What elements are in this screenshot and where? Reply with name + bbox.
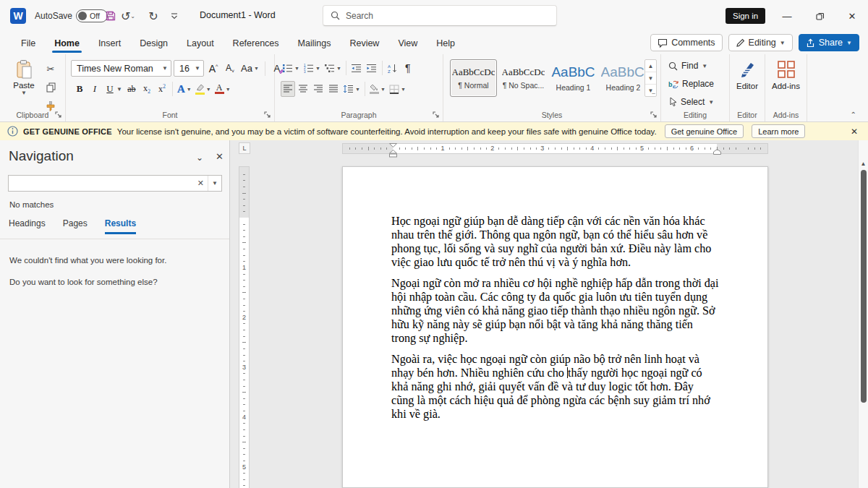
tab-review[interactable]: Review — [340, 34, 388, 54]
replace-label: Replace — [682, 79, 714, 89]
learn-more-button[interactable]: Learn more — [752, 124, 805, 138]
increase-indent-button[interactable] — [365, 60, 379, 76]
styles-scroll-down-icon[interactable]: ▼ — [645, 72, 656, 85]
nav-tab-headings[interactable]: Headings — [9, 218, 46, 234]
bullets-button[interactable]: ▼ — [281, 60, 301, 76]
addins-button[interactable]: Add-ins — [765, 60, 807, 90]
tab-insert[interactable]: Insert — [89, 34, 130, 54]
italic-button[interactable]: I — [88, 81, 102, 97]
justify-button[interactable] — [326, 81, 341, 97]
horizontal-ruler[interactable]: 123456 — [342, 143, 768, 154]
align-right-button[interactable] — [311, 81, 326, 97]
style-card-heading-2[interactable]: AaBbCcHeading 2 — [600, 59, 647, 97]
restore-button[interactable] — [809, 8, 830, 24]
paste-button[interactable]: Paste ▼ — [9, 59, 39, 106]
shrink-font-button[interactable]: A˅ — [223, 61, 237, 77]
superscript-button[interactable]: x2 — [155, 81, 169, 97]
minimize-button[interactable]: — — [776, 8, 798, 24]
editing-mode-button[interactable]: Editing ▼ — [728, 34, 793, 51]
share-button[interactable]: Share ▼ — [799, 34, 859, 51]
scrollbar-thumb[interactable] — [861, 170, 867, 403]
dialog-launcher-icon[interactable] — [433, 111, 440, 119]
sign-in-button[interactable]: Sign in — [726, 8, 765, 24]
highlight-button[interactable]: ▼ — [194, 81, 213, 97]
search-bar[interactable]: Search — [323, 5, 557, 26]
paragraph[interactable]: Học ngoại ngữ giúp bạn dễ dàng tiếp cận … — [391, 215, 719, 270]
subscript-button[interactable]: x2 — [140, 81, 154, 97]
nav-search-box[interactable]: ✕ ▼ — [8, 175, 222, 192]
get-genuine-office-button[interactable]: Get genuine Office — [665, 124, 744, 138]
comments-button[interactable]: Comments — [650, 34, 722, 51]
chevron-down-icon[interactable]: ▼ — [116, 86, 122, 93]
nav-tab-pages[interactable]: Pages — [63, 218, 88, 234]
first-line-indent-marker[interactable] — [389, 143, 397, 147]
replace-button[interactable]: b Replace — [668, 79, 714, 89]
save-button[interactable] — [103, 8, 119, 24]
collapse-ribbon-icon[interactable]: ⌃ — [851, 111, 856, 119]
style-preview: AaBbC — [551, 64, 595, 80]
style-card-heading-1[interactable]: AaBbCHeading 1 — [550, 59, 597, 97]
tab-view[interactable]: View — [388, 34, 427, 54]
document-text[interactable]: Học ngoại ngữ giúp bạn dễ dàng tiếp cận … — [391, 215, 719, 429]
align-center-button[interactable] — [296, 81, 310, 97]
tab-selector[interactable]: L — [239, 142, 250, 154]
dialog-launcher-icon[interactable] — [264, 111, 271, 119]
line-spacing-button[interactable]: ▼ — [341, 81, 362, 97]
find-button[interactable]: Find ▼ — [668, 61, 707, 71]
grow-font-button[interactable]: A^ — [206, 61, 221, 77]
font-family-select[interactable]: Times New Roman ▼ — [71, 60, 171, 77]
styles-scroll-up-icon[interactable]: ▲ — [645, 60, 656, 72]
decrease-indent-button[interactable] — [349, 60, 364, 76]
nav-chevron-icon[interactable]: ⌄ — [196, 153, 203, 163]
close-button[interactable]: ✕ — [841, 8, 863, 24]
tab-home[interactable]: Home — [45, 34, 89, 54]
styles-more-icon[interactable]: ▼̲ — [645, 85, 656, 96]
cut-button[interactable]: ✂ — [43, 61, 58, 77]
hanging-indent-marker[interactable] — [389, 150, 397, 158]
tab-file[interactable]: File — [12, 34, 45, 54]
nav-tab-results[interactable]: Results — [105, 218, 136, 234]
borders-button[interactable]: ▼ — [388, 81, 407, 97]
text-effects-button[interactable]: A▼ — [176, 81, 193, 97]
dialog-launcher-icon[interactable] — [650, 111, 658, 119]
clear-search-icon[interactable]: ✕ — [194, 176, 208, 191]
multilevel-list-button[interactable]: ▼ — [323, 60, 343, 76]
select-button[interactable]: Select ▼ — [668, 97, 714, 107]
copy-button[interactable] — [43, 80, 58, 95]
dialog-launcher-icon[interactable] — [55, 111, 62, 119]
style-card-normal[interactable]: AaBbCcDc¶ Normal — [450, 59, 497, 97]
sort-button[interactable]: AZ — [386, 60, 400, 76]
undo-button[interactable]: ↺⌄ — [120, 8, 136, 24]
numbering-button[interactable]: 1 2 3 ▼ — [302, 60, 322, 76]
tab-help[interactable]: Help — [427, 34, 464, 54]
tab-references[interactable]: References — [224, 34, 289, 54]
word-logo[interactable]: W — [10, 8, 26, 24]
document-page[interactable]: Học ngoại ngữ giúp bạn dễ dàng tiếp cận … — [342, 166, 768, 488]
tab-design[interactable]: Design — [130, 34, 177, 54]
style-card-no-spac[interactable]: AaBbCcDc¶ No Spac... — [500, 59, 547, 97]
search-options-chevron-icon[interactable]: ▼ — [208, 176, 221, 191]
font-size-select[interactable]: 16 ▼ — [174, 60, 204, 77]
bold-button[interactable]: B — [72, 81, 87, 97]
strikethrough-button[interactable]: ab — [124, 81, 139, 97]
vertical-ruler[interactable]: 12345 — [239, 166, 250, 488]
nav-close-icon[interactable]: ✕ — [216, 151, 224, 162]
align-left-button[interactable] — [281, 81, 295, 97]
editing-pencil-icon — [736, 38, 745, 48]
paragraph[interactable]: Ngoại ngữ còn mở ra nhiều cơ hội nghề ng… — [391, 277, 719, 346]
editor-button[interactable]: Editor — [730, 60, 765, 90]
nav-search-input[interactable] — [9, 179, 194, 189]
banner-close-button[interactable]: ✕ — [851, 127, 858, 137]
paragraph[interactable]: Ngoài ra, việc học ngoại ngữ còn giúp nã… — [391, 353, 719, 421]
shading-button[interactable]: ▼ — [368, 81, 387, 97]
vertical-scrollbar[interactable]: ▲ — [858, 140, 868, 488]
change-case-button[interactable]: Aa▼ — [239, 61, 260, 77]
scroll-up-icon[interactable]: ▲ — [859, 160, 868, 167]
quick-access-overflow-button[interactable] — [166, 8, 182, 24]
pilcrow-button[interactable]: ¶ — [401, 60, 415, 76]
tab-mailings[interactable]: Mailings — [289, 34, 341, 54]
redo-button[interactable]: ↻ — [145, 8, 161, 24]
underline-button[interactable]: U — [103, 81, 117, 97]
font-color-button[interactable]: A ▼ — [213, 81, 232, 97]
tab-layout[interactable]: Layout — [177, 34, 224, 54]
